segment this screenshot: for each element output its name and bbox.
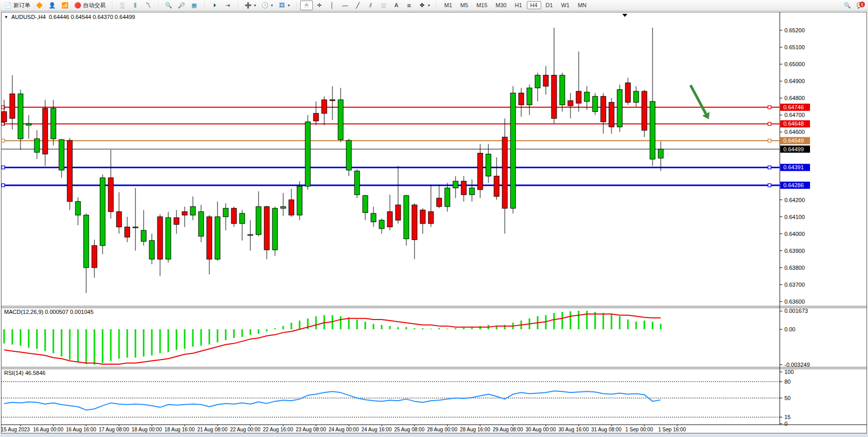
bar-chart-icon: 𝄛	[119, 2, 126, 9]
text-button[interactable]: A	[390, 1, 403, 10]
toolbar: 📄 新订单 🔶 👤 📶 🔴 自动交易 𝄛 ⫼ 〽 🔍	[0, 0, 868, 11]
channel-button[interactable]: ⫽	[364, 1, 377, 10]
tile-windows-icon: ▦	[190, 2, 198, 9]
chevron-down-icon: ▾	[254, 3, 256, 8]
horizontal-line-button[interactable]: —	[339, 1, 351, 10]
zoom-in-icon: 🔍	[165, 2, 172, 9]
chart-title: ▼ AUDUSD-,H4 0.64446 0.64544 0.64370 0.6…	[4, 14, 135, 20]
search-button[interactable]: 🔍	[841, 1, 854, 10]
cursor-button[interactable]: 🖰	[300, 1, 313, 10]
search-icon: 🔍	[843, 2, 851, 9]
signals-button[interactable]: 📶	[58, 1, 71, 10]
indicators-icon: ➕	[244, 2, 252, 9]
chart-window[interactable]	[1, 12, 867, 433]
signals-icon: 📶	[61, 2, 69, 9]
periods-button[interactable]: 🕓▾	[259, 1, 275, 10]
autotrade-icon: 🔴	[74, 2, 82, 9]
new-order-button[interactable]: 📄 新订单	[2, 1, 33, 10]
toolbar-separator	[435, 1, 438, 9]
text-label-button[interactable]: ⧈	[403, 1, 416, 10]
timeframe-group: M1M5M15M30H1H4D1W1MN	[439, 0, 592, 11]
chevron-down-icon: ▾	[271, 3, 273, 8]
charts-button[interactable]: 🔶	[33, 1, 46, 10]
chat-button[interactable]: 💬 1	[854, 1, 866, 10]
zoom-in-button[interactable]: 🔍	[162, 1, 175, 10]
auto-scroll-button[interactable]: ⏵	[208, 1, 221, 10]
toolbar-separator	[236, 1, 239, 9]
crosshair-button[interactable]: ✛	[313, 1, 326, 10]
templates-button[interactable]: 🖼▾	[275, 1, 292, 10]
chart-shift-icon: ⇥	[224, 2, 231, 9]
shapes-button[interactable]: ✤▾	[416, 1, 432, 10]
collapse-arrow-icon[interactable]: ▼	[4, 15, 8, 19]
crosshair-icon: ✛	[315, 2, 323, 9]
window-bottom-strip	[0, 433, 868, 437]
timeframe-M15[interactable]: M15	[473, 1, 491, 9]
autotrade-label: 自动交易	[83, 2, 106, 9]
tile-windows-button[interactable]: ▦	[188, 1, 201, 10]
trendline-button[interactable]: ╱	[351, 1, 364, 10]
toolbar-separator	[203, 1, 206, 9]
candlestick-button[interactable]: ⫼	[129, 1, 142, 10]
toolbar-separator	[111, 1, 113, 9]
profiles-button[interactable]: 👤	[46, 1, 58, 10]
horizontal-line-icon: —	[341, 2, 349, 9]
channel-icon: ⫽	[367, 2, 374, 9]
text-icon: A	[392, 2, 400, 9]
mt4-window: 📄 新订单 🔶 👤 📶 🔴 自动交易 𝄛 ⫼ 〽 🔍	[0, 0, 868, 437]
charts-icon: 🔶	[35, 2, 43, 9]
timeframe-D1[interactable]: D1	[542, 1, 557, 9]
periods-icon: 🕓	[261, 2, 269, 9]
chevron-down-icon: ▾	[428, 3, 430, 8]
vertical-line-icon: │	[328, 2, 336, 9]
fibonacci-button[interactable]: 𝄙	[377, 1, 390, 10]
line-chart-button[interactable]: 〽	[142, 1, 154, 10]
auto-scroll-icon: ⏵	[211, 2, 219, 9]
indicators-button[interactable]: ➕▾	[242, 1, 259, 10]
shapes-icon: ✤	[418, 2, 426, 9]
timeframe-H1[interactable]: H1	[511, 1, 525, 9]
fibonacci-icon: 𝄙	[380, 2, 387, 9]
zoom-out-icon: 🔎	[177, 2, 185, 9]
timeframe-M30[interactable]: M30	[492, 1, 510, 9]
toolbar-separator	[295, 1, 298, 9]
new-order-icon: 📄	[4, 2, 12, 9]
new-order-label: 新订单	[13, 2, 30, 9]
chevron-down-icon: ▾	[288, 3, 290, 8]
zoom-out-button[interactable]: 🔎	[175, 1, 188, 10]
chart-shift-button[interactable]: ⇥	[221, 1, 234, 10]
ohlc-values: 0.64446 0.64544 0.64370 0.64499	[49, 14, 135, 20]
vertical-line-button[interactable]: │	[326, 1, 339, 10]
line-chart-icon: 〽	[144, 2, 152, 9]
chat-badge: 1	[859, 2, 865, 7]
timeframe-M1[interactable]: M1	[441, 1, 456, 9]
trendline-icon: ╱	[354, 2, 362, 9]
autotrade-button[interactable]: 🔴 自动交易	[71, 1, 108, 10]
candlestick-icon: ⫼	[131, 2, 139, 9]
timeframe-MN[interactable]: MN	[574, 1, 590, 9]
cursor-icon: 🖰	[303, 2, 310, 9]
symbol-period-label: AUDUSD-,H4	[11, 14, 46, 20]
timeframe-W1[interactable]: W1	[558, 1, 574, 9]
profiles-icon: 👤	[48, 2, 56, 9]
timeframe-M5[interactable]: M5	[457, 1, 471, 9]
text-label-icon: ⧈	[405, 2, 413, 9]
timeframe-H4[interactable]: H4	[527, 1, 541, 9]
templates-icon: 🖼	[278, 2, 286, 9]
toolbar-separator	[157, 1, 160, 9]
bar-chart-button[interactable]: 𝄛	[116, 1, 129, 10]
